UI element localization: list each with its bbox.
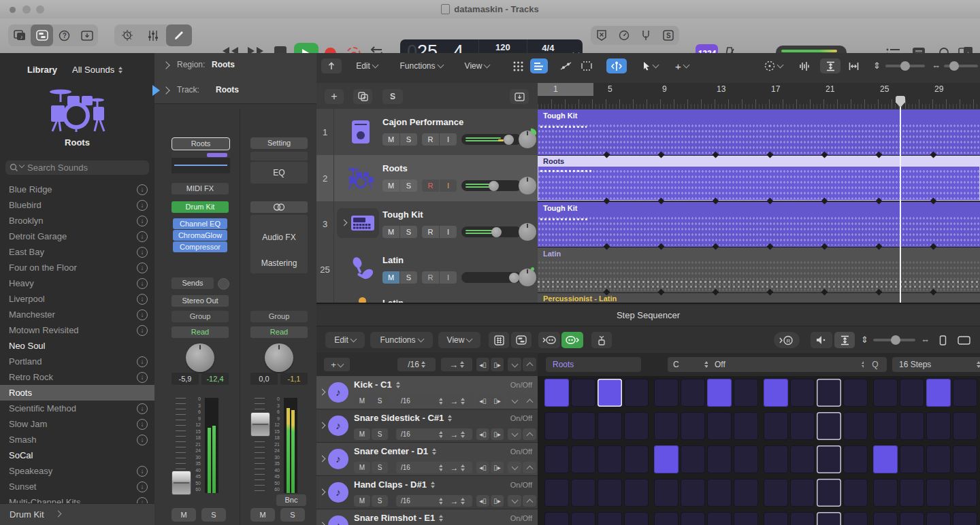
library-item[interactable]: Detroit Garage↓	[0, 228, 154, 244]
track-pan-knob[interactable]	[519, 269, 536, 286]
step-cell-11[interactable]	[817, 445, 841, 473]
library-item[interactable]: Motown Revisited↓	[0, 322, 154, 338]
step-cell-7[interactable]	[707, 412, 732, 440]
step-cell-16[interactable]	[953, 412, 977, 440]
track-volume-slider[interactable]	[461, 272, 521, 283]
solo-mode-icon[interactable]: S	[657, 26, 680, 45]
row-decrement[interactable]	[508, 395, 521, 407]
step-cell-2[interactable]	[571, 412, 595, 440]
search-scope-chevron[interactable]	[19, 163, 24, 168]
pointer-tool-menu[interactable]	[636, 58, 664, 73]
row-step-rate[interactable]: /16	[396, 428, 448, 440]
download-icon[interactable]: ↓	[137, 419, 148, 430]
step-cell-6[interactable]	[681, 379, 705, 407]
solo-tracks-button[interactable]: S	[382, 89, 403, 104]
row-onoff-label[interactable]: On/Off	[510, 381, 532, 389]
row-onoff-label[interactable]: On/Off	[510, 447, 532, 456]
track-row-partial-latin[interactable]: Latin	[316, 292, 538, 303]
step-cell-3[interactable]	[598, 412, 622, 440]
row-solo-button[interactable]: S	[372, 495, 388, 507]
audio-fx-slot-3[interactable]: Compressor	[173, 241, 227, 252]
channel-eq-thumbnail[interactable]	[172, 152, 230, 173]
download-icon[interactable]: ↓	[137, 435, 148, 445]
library-item[interactable]: Retro Rock↓	[0, 369, 154, 385]
audio-fx-slot-1[interactable]: Channel EQ	[173, 218, 227, 229]
output-pan-knob[interactable]	[265, 343, 293, 372]
track-record-button[interactable]: R	[422, 180, 439, 192]
track-mute-button[interactable]: M	[382, 180, 399, 192]
channel-name-button[interactable]: Roots	[172, 137, 230, 150]
row-disclosure-icon[interactable]	[319, 456, 326, 462]
track-solo-button[interactable]: S	[400, 226, 417, 238]
output-fader-cap[interactable]	[250, 412, 270, 437]
download-icon[interactable]: ↓	[137, 497, 148, 503]
library-toggle-button[interactable]: ♪	[8, 24, 31, 46]
sequencer-row-kick-c1[interactable]: ♪Kick - C1On/OffMS/16→ ◂▯▯▸	[316, 376, 538, 409]
row-onoff-label[interactable]: On/Off	[510, 414, 532, 422]
download-icon[interactable]: ↓	[137, 356, 148, 367]
view-menu[interactable]: View	[456, 58, 498, 73]
step-cell-9[interactable]	[764, 512, 788, 525]
library-item[interactable]: Speakeasy↓	[0, 463, 154, 479]
seq-vertical-auto-zoom-icon[interactable]	[834, 332, 855, 348]
seq-inspector-toggle-icon[interactable]	[511, 332, 532, 348]
step-cell-4[interactable]	[624, 445, 649, 473]
step-cell-8[interactable]	[734, 379, 758, 407]
download-icon[interactable]: ↓	[137, 309, 148, 320]
row-solo-button[interactable]: S	[372, 395, 388, 407]
track-row-latin[interactable]: 25 Latin M S R I	[316, 247, 538, 293]
download-icon[interactable]: ↓	[137, 372, 148, 383]
step-input-icon[interactable]	[538, 332, 560, 348]
step-cell-1[interactable]	[544, 379, 569, 407]
duplicate-track-button[interactable]	[353, 89, 372, 104]
step-cell-4[interactable]	[624, 479, 649, 507]
pattern-scale-select[interactable]: Off	[708, 357, 872, 372]
step-cell-1[interactable]	[544, 512, 569, 525]
track-record-button[interactable]: R	[422, 271, 439, 284]
horizontal-zoom-slider[interactable]	[944, 65, 978, 67]
midi-region-percussionist-latin[interactable]: Percussionist - Latin	[538, 293, 980, 303]
dice-randomize-icon[interactable]	[591, 332, 612, 348]
row-decrement[interactable]	[508, 462, 521, 473]
row-step-rate[interactable]: /16	[396, 462, 448, 473]
step-cell-12[interactable]	[843, 479, 868, 507]
step-cell-12[interactable]	[843, 412, 868, 440]
step-cell-9[interactable]	[764, 479, 788, 507]
row-increment[interactable]	[523, 462, 536, 473]
drag-mode-menu[interactable]	[759, 58, 787, 73]
pencil-tool-icon[interactable]	[166, 24, 192, 46]
pattern-browser-icon[interactable]	[489, 332, 509, 348]
step-cell-7[interactable]	[707, 479, 732, 507]
track-pan-knob[interactable]	[519, 223, 536, 241]
instrument-slot[interactable]: Drum Kit	[172, 201, 229, 213]
row-rotate-left[interactable]: ◂▯	[476, 495, 489, 507]
output-volume-value[interactable]: 0,0	[250, 373, 278, 385]
step-cell-5[interactable]	[654, 412, 679, 440]
row-disclosure-icon[interactable]	[319, 422, 326, 429]
row-step-rate[interactable]: /16	[396, 495, 448, 507]
row-disclosure-icon[interactable]	[319, 522, 326, 525]
sequencer-row-hand-claps-d-1[interactable]: ♪Hand Claps - D#1On/OffMS/16→ ◂▯▯▸	[316, 476, 538, 509]
region-lane[interactable]: Percussionist - Latin	[538, 292, 980, 303]
track-volume-slider[interactable]	[461, 180, 521, 191]
bounce-button[interactable]: Bnc	[276, 494, 306, 506]
library-breadcrumb-bar[interactable]: Drum Kit	[0, 503, 154, 525]
step-cell-3[interactable]	[598, 445, 622, 473]
row-rotate-left[interactable]: ◂▯	[476, 428, 489, 440]
split-at-playhead-icon[interactable]	[606, 58, 627, 73]
region-lane[interactable]: Tough Kit	[538, 201, 980, 248]
download-icon[interactable]: ↓	[137, 466, 148, 477]
seq-zoom-slider[interactable]	[873, 339, 915, 341]
row-mute-button[interactable]: M	[354, 428, 370, 440]
region-lane[interactable]: Tough Kit	[538, 109, 980, 156]
row-mute-button[interactable]: M	[354, 462, 370, 473]
step-cell-4[interactable]	[624, 379, 649, 407]
step-cell-3[interactable]	[598, 479, 622, 507]
track-volume-slider[interactable]	[461, 226, 521, 237]
pan-knob[interactable]	[186, 343, 214, 372]
step-cell-8[interactable]	[734, 512, 758, 525]
step-cell-3[interactable]	[598, 379, 622, 407]
cycle-range[interactable]	[538, 83, 593, 96]
row-increment[interactable]	[523, 428, 536, 440]
track-mute-button[interactable]: M	[382, 226, 399, 238]
